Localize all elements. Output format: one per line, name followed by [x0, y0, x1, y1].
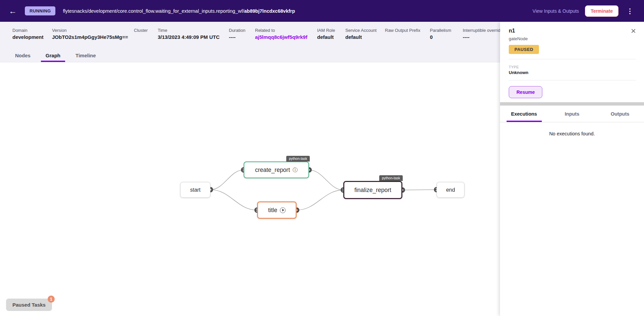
edge-finalize_report-end — [402, 190, 437, 190]
meta-label: Version — [52, 28, 128, 33]
meta-cluster: Cluster — [134, 28, 148, 34]
resume-button[interactable]: Resume — [509, 86, 542, 98]
meta-value: JObTO2s1m4pGgy3He75sMg== — [52, 34, 128, 40]
node-label: start — [190, 187, 200, 193]
info-icon[interactable]: ⓘ — [293, 167, 298, 173]
graph-node-end[interactable]: end — [437, 182, 464, 198]
paused-tasks-count-badge: 1 — [48, 296, 55, 303]
tab-executions[interactable]: Executions — [500, 106, 548, 122]
close-icon[interactable]: × — [631, 28, 636, 34]
meta-value: development — [12, 34, 44, 40]
breadcrumb-path: flytesnacks/development/core.control_flo… — [63, 8, 244, 14]
meta-label: Service Account — [345, 28, 377, 33]
meta-service-account: Service Account default — [345, 28, 377, 40]
breadcrumb[interactable]: flytesnacks/development/core.control_flo… — [63, 8, 295, 14]
paused-tasks-button[interactable]: Paused Tasks 1 — [6, 299, 52, 311]
meta-value: ---- — [229, 34, 245, 40]
meta-time: Time 3/13/2023 4:49:09 PM UTC — [158, 28, 219, 40]
edge-create_report-finalize_report — [309, 170, 343, 190]
view-inputs-outputs-link[interactable]: View Inputs & Outputs — [533, 8, 579, 14]
tab-outputs[interactable]: Outputs — [596, 106, 644, 122]
divider — [509, 59, 636, 59]
graph-node-finalize_report[interactable]: finalize_report — [343, 181, 402, 199]
meta-interruptible-override: Interruptible override ---- — [463, 28, 503, 40]
type-label: TYPE — [509, 65, 636, 69]
node-status-badge: PAUSED — [509, 45, 539, 54]
meta-label: Domain — [12, 28, 44, 33]
execution-status-badge: RUNNING — [25, 6, 55, 15]
tab-graph[interactable]: Graph — [46, 49, 60, 62]
node-details-title: n1 — [509, 28, 515, 34]
node-label: create_report — [255, 167, 290, 174]
meta-value: default — [345, 34, 377, 40]
related-execution-link[interactable]: aj5lmqq8c6jwf5q9rk9f — [255, 34, 307, 40]
play-circle-icon[interactable] — [280, 207, 286, 213]
executions-empty-state: No executions found. — [500, 122, 644, 136]
meta-label: Parallelism — [430, 28, 451, 33]
node-details-header: n1 × gateNode PAUSED TYPE Unknown Resume — [500, 22, 644, 102]
node-label: title — [268, 207, 277, 214]
graph-node-start[interactable]: start — [180, 182, 210, 198]
type-value: Unknown — [509, 70, 636, 75]
node-type-subtitle: gateNode — [509, 36, 636, 41]
meta-version: Version JObTO2s1m4pGgy3He75sMg== — [52, 28, 128, 40]
node-label: finalize_report — [354, 187, 391, 194]
task-type-badge: python-task — [286, 156, 310, 162]
tab-inputs[interactable]: Inputs — [548, 106, 596, 122]
meta-value: 3/13/2023 4:49:09 PM UTC — [158, 34, 219, 40]
panel-resize-divider[interactable] — [500, 102, 644, 106]
divider — [509, 80, 636, 80]
meta-raw-output-prefix: Raw Output Prefix — [385, 28, 420, 34]
meta-parallelism: Parallelism 0 — [430, 28, 451, 40]
meta-label: Cluster — [134, 28, 148, 33]
node-details-panel: n1 × gateNode PAUSED TYPE Unknown Resume… — [500, 22, 644, 316]
terminate-button[interactable]: Terminate — [585, 5, 618, 17]
topbar-actions: View Inputs & Outputs Terminate ⋮ — [533, 5, 635, 17]
meta-label: Duration — [229, 28, 245, 33]
breadcrumb-execution-id: ab89bj7lncdxc68vkfrp — [244, 8, 295, 14]
graph-node-create_report[interactable]: create_report ⓘ — [244, 162, 309, 178]
top-app-bar: ← RUNNING flytesnacks/development/core.c… — [0, 0, 644, 22]
edge-title-finalize_report — [297, 190, 343, 210]
meta-label: Time — [158, 28, 219, 33]
kebab-menu-icon[interactable]: ⋮ — [625, 7, 635, 15]
graph-node-title[interactable]: title — [257, 201, 297, 219]
tab-nodes[interactable]: Nodes — [15, 49, 31, 62]
edge-start-create_report — [210, 170, 244, 190]
node-details-tabs: Executions Inputs Outputs — [500, 106, 644, 122]
meta-label: Raw Output Prefix — [385, 28, 420, 33]
meta-label: IAM Role — [317, 28, 335, 33]
meta-related-to: Related to aj5lmqq8c6jwf5q9rk9f — [255, 28, 307, 40]
meta-duration: Duration ---- — [229, 28, 245, 40]
meta-label: Related to — [255, 28, 307, 33]
tab-timeline[interactable]: Timeline — [76, 49, 96, 62]
meta-value: default — [317, 34, 335, 40]
meta-domain: Domain development — [12, 28, 44, 40]
task-type-badge: python-task — [379, 175, 403, 181]
meta-value: 0 — [430, 34, 451, 40]
meta-label: Interruptible override — [463, 28, 503, 33]
meta-iam-role: IAM Role default — [317, 28, 335, 40]
empty-message: No executions found. — [549, 131, 595, 136]
node-label: end — [446, 187, 455, 193]
paused-tasks-label: Paused Tasks — [12, 302, 46, 308]
edge-start-title — [210, 190, 257, 210]
back-arrow-icon[interactable]: ← — [9, 7, 17, 15]
meta-value: ---- — [463, 34, 503, 40]
